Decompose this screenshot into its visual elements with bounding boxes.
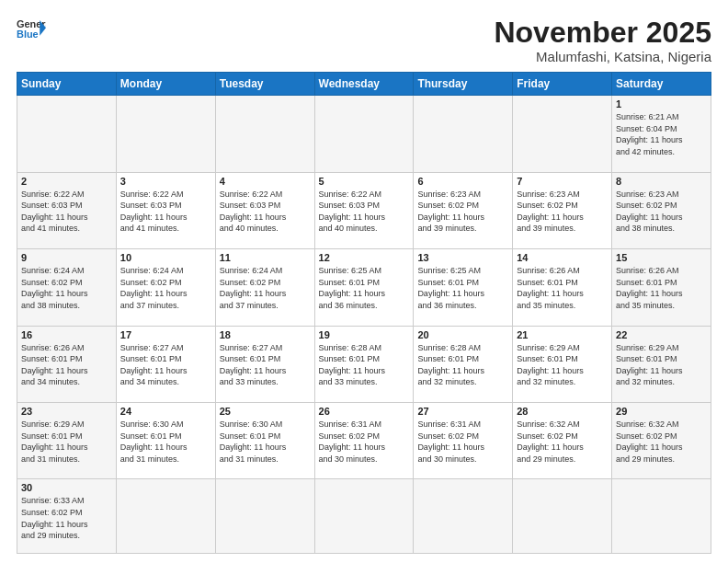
day-info: Sunrise: 6:32 AM Sunset: 6:02 PM Dayligh…	[517, 419, 608, 465]
day-number: 20	[417, 329, 508, 340]
table-row: 15Sunrise: 6:26 AM Sunset: 6:01 PM Dayli…	[612, 249, 711, 326]
table-row: 3Sunrise: 6:22 AM Sunset: 6:03 PM Daylig…	[116, 172, 215, 248]
calendar-table: Sunday Monday Tuesday Wednesday Thursday…	[17, 72, 711, 554]
header-wednesday: Wednesday	[314, 73, 414, 96]
page: General Blue November 2025 Malumfashi, K…	[0, 0, 728, 563]
table-row: 29Sunrise: 6:32 AM Sunset: 6:02 PM Dayli…	[612, 403, 711, 479]
day-info: Sunrise: 6:22 AM Sunset: 6:03 PM Dayligh…	[120, 189, 211, 235]
day-info: Sunrise: 6:24 AM Sunset: 6:02 PM Dayligh…	[220, 265, 311, 311]
logo: General Blue	[17, 17, 46, 42]
svg-text:Blue: Blue	[17, 29, 39, 40]
table-row: 9Sunrise: 6:24 AM Sunset: 6:02 PM Daylig…	[17, 249, 117, 326]
header-thursday: Thursday	[414, 73, 513, 96]
day-number: 1	[616, 98, 707, 109]
header-monday: Monday	[116, 73, 215, 96]
day-info: Sunrise: 6:22 AM Sunset: 6:03 PM Dayligh…	[220, 189, 311, 235]
day-info: Sunrise: 6:30 AM Sunset: 6:01 PM Dayligh…	[120, 419, 211, 465]
day-info: Sunrise: 6:21 AM Sunset: 6:04 PM Dayligh…	[616, 111, 707, 157]
table-row: 23Sunrise: 6:29 AM Sunset: 6:01 PM Dayli…	[17, 403, 117, 479]
day-number: 21	[517, 329, 608, 340]
day-number: 11	[220, 252, 311, 263]
table-row: 30Sunrise: 6:33 AM Sunset: 6:02 PM Dayli…	[17, 479, 117, 554]
day-number: 17	[120, 329, 211, 340]
table-row	[612, 479, 711, 554]
table-row: 22Sunrise: 6:29 AM Sunset: 6:01 PM Dayli…	[612, 326, 711, 402]
day-info: Sunrise: 6:30 AM Sunset: 6:01 PM Dayligh…	[220, 419, 311, 465]
day-info: Sunrise: 6:25 AM Sunset: 6:01 PM Dayligh…	[319, 265, 410, 311]
day-info: Sunrise: 6:31 AM Sunset: 6:02 PM Dayligh…	[417, 419, 508, 465]
header-tuesday: Tuesday	[215, 73, 314, 96]
day-info: Sunrise: 6:29 AM Sunset: 6:01 PM Dayligh…	[616, 342, 707, 388]
day-info: Sunrise: 6:29 AM Sunset: 6:01 PM Dayligh…	[21, 419, 112, 465]
day-info: Sunrise: 6:22 AM Sunset: 6:03 PM Dayligh…	[319, 189, 410, 235]
table-row: 10Sunrise: 6:24 AM Sunset: 6:02 PM Dayli…	[116, 249, 215, 326]
day-info: Sunrise: 6:23 AM Sunset: 6:02 PM Dayligh…	[417, 189, 508, 235]
table-row: 8Sunrise: 6:23 AM Sunset: 6:02 PM Daylig…	[612, 172, 711, 248]
logo-icon: General Blue	[17, 17, 46, 42]
day-info: Sunrise: 6:27 AM Sunset: 6:01 PM Dayligh…	[120, 342, 211, 388]
table-row: 19Sunrise: 6:28 AM Sunset: 6:01 PM Dayli…	[314, 326, 414, 402]
main-title: November 2025	[494, 17, 711, 49]
day-info: Sunrise: 6:33 AM Sunset: 6:02 PM Dayligh…	[21, 495, 112, 541]
day-info: Sunrise: 6:28 AM Sunset: 6:01 PM Dayligh…	[417, 342, 508, 388]
day-number: 2	[21, 176, 112, 187]
day-info: Sunrise: 6:23 AM Sunset: 6:02 PM Dayligh…	[517, 189, 608, 235]
day-number: 9	[21, 252, 112, 263]
table-row: 2Sunrise: 6:22 AM Sunset: 6:03 PM Daylig…	[17, 172, 117, 248]
day-number: 10	[120, 252, 211, 263]
day-number: 29	[616, 406, 707, 417]
day-number: 8	[616, 176, 707, 187]
table-row	[116, 479, 215, 554]
table-row: 17Sunrise: 6:27 AM Sunset: 6:01 PM Dayli…	[116, 326, 215, 402]
day-info: Sunrise: 6:32 AM Sunset: 6:02 PM Dayligh…	[616, 419, 707, 465]
day-number: 18	[220, 329, 311, 340]
day-info: Sunrise: 6:24 AM Sunset: 6:02 PM Dayligh…	[120, 265, 211, 311]
day-info: Sunrise: 6:31 AM Sunset: 6:02 PM Dayligh…	[319, 419, 410, 465]
calendar-row-3: 16Sunrise: 6:26 AM Sunset: 6:01 PM Dayli…	[17, 326, 711, 402]
table-row	[314, 479, 414, 554]
table-row: 4Sunrise: 6:22 AM Sunset: 6:03 PM Daylig…	[215, 172, 314, 248]
table-row: 5Sunrise: 6:22 AM Sunset: 6:03 PM Daylig…	[314, 172, 414, 248]
calendar-row-0: 1Sunrise: 6:21 AM Sunset: 6:04 PM Daylig…	[17, 96, 711, 172]
title-block: November 2025 Malumfashi, Katsina, Niger…	[494, 17, 711, 64]
day-info: Sunrise: 6:26 AM Sunset: 6:01 PM Dayligh…	[616, 265, 707, 311]
day-number: 15	[616, 252, 707, 263]
day-number: 28	[517, 406, 608, 417]
table-row: 24Sunrise: 6:30 AM Sunset: 6:01 PM Dayli…	[116, 403, 215, 479]
subtitle: Malumfashi, Katsina, Nigeria	[494, 49, 711, 64]
calendar-row-4: 23Sunrise: 6:29 AM Sunset: 6:01 PM Dayli…	[17, 403, 711, 479]
day-info: Sunrise: 6:27 AM Sunset: 6:01 PM Dayligh…	[220, 342, 311, 388]
day-info: Sunrise: 6:22 AM Sunset: 6:03 PM Dayligh…	[21, 189, 112, 235]
table-row: 21Sunrise: 6:29 AM Sunset: 6:01 PM Dayli…	[513, 326, 612, 402]
table-row	[513, 479, 612, 554]
table-row: 11Sunrise: 6:24 AM Sunset: 6:02 PM Dayli…	[215, 249, 314, 326]
day-number: 23	[21, 406, 112, 417]
table-row	[513, 96, 612, 172]
table-row	[215, 479, 314, 554]
day-info: Sunrise: 6:23 AM Sunset: 6:02 PM Dayligh…	[616, 189, 707, 235]
day-info: Sunrise: 6:26 AM Sunset: 6:01 PM Dayligh…	[517, 265, 608, 311]
table-row: 7Sunrise: 6:23 AM Sunset: 6:02 PM Daylig…	[513, 172, 612, 248]
day-number: 14	[517, 252, 608, 263]
day-info: Sunrise: 6:26 AM Sunset: 6:01 PM Dayligh…	[21, 342, 112, 388]
table-row: 1Sunrise: 6:21 AM Sunset: 6:04 PM Daylig…	[612, 96, 711, 172]
table-row: 13Sunrise: 6:25 AM Sunset: 6:01 PM Dayli…	[414, 249, 513, 326]
day-number: 6	[417, 176, 508, 187]
table-row: 25Sunrise: 6:30 AM Sunset: 6:01 PM Dayli…	[215, 403, 314, 479]
table-row: 16Sunrise: 6:26 AM Sunset: 6:01 PM Dayli…	[17, 326, 117, 402]
day-number: 4	[220, 176, 311, 187]
weekday-header-row: Sunday Monday Tuesday Wednesday Thursday…	[17, 73, 711, 96]
header-saturday: Saturday	[612, 73, 711, 96]
table-row	[215, 96, 314, 172]
day-number: 30	[21, 482, 112, 493]
day-number: 27	[417, 406, 508, 417]
header-sunday: Sunday	[17, 73, 117, 96]
day-number: 12	[319, 252, 410, 263]
day-info: Sunrise: 6:29 AM Sunset: 6:01 PM Dayligh…	[517, 342, 608, 388]
day-number: 13	[417, 252, 508, 263]
table-row: 27Sunrise: 6:31 AM Sunset: 6:02 PM Dayli…	[414, 403, 513, 479]
table-row	[314, 96, 414, 172]
table-row: 6Sunrise: 6:23 AM Sunset: 6:02 PM Daylig…	[414, 172, 513, 248]
day-info: Sunrise: 6:24 AM Sunset: 6:02 PM Dayligh…	[21, 265, 112, 311]
table-row: 20Sunrise: 6:28 AM Sunset: 6:01 PM Dayli…	[414, 326, 513, 402]
